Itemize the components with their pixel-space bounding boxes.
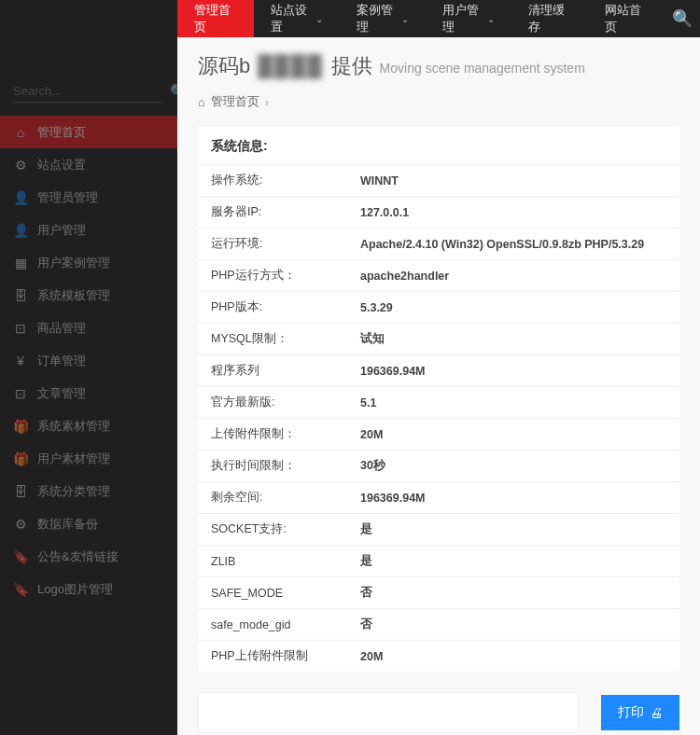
sidebar-item-label: 用户案例管理 — [37, 255, 110, 271]
info-value: WINNT — [347, 165, 679, 197]
chevron-right-icon: › — [265, 95, 269, 109]
sidebar-item-6[interactable]: ⊡商品管理 — [0, 312, 177, 344]
sidebar-item-icon: ⊡ — [13, 321, 28, 336]
info-key: MYSQL限制： — [198, 324, 347, 355]
table-row: SOCKET支持:是 — [198, 514, 679, 546]
info-value: 20M — [347, 419, 679, 451]
print-button-label: 打印 — [618, 704, 644, 721]
sidebar-item-icon: ⌂ — [13, 125, 28, 140]
info-value: 127.0.0.1 — [347, 197, 679, 229]
sidebar-item-4[interactable]: ▦用户案例管理 — [0, 246, 177, 279]
brand-prefix: 源码b — [198, 52, 250, 80]
info-key: PHP版本: — [198, 292, 347, 324]
print-icon: 🖨 — [650, 705, 663, 720]
info-value: Apache/2.4.10 (Win32) OpenSSL/0.9.8zb PH… — [347, 229, 679, 260]
topnav-tab-3[interactable]: 用户管理⌄ — [426, 0, 511, 37]
table-row: 官方最新版:5.1 — [198, 387, 679, 419]
sidebar-item-label: 用户素材管理 — [37, 451, 110, 467]
breadcrumb: ⌂ 管理首页 › — [198, 93, 679, 110]
chevron-down-icon: ⌄ — [487, 14, 495, 24]
table-row: 操作系统:WINNT — [198, 165, 679, 197]
sidebar-item-1[interactable]: ⚙站点设置 — [0, 148, 177, 181]
info-value: 试知 — [347, 324, 679, 355]
info-key: safe_mode_gid — [198, 609, 347, 641]
sidebar-item-label: 文章管理 — [37, 385, 86, 402]
sidebar-item-icon: ⚙ — [13, 158, 28, 173]
panel-title: 系统信息: — [198, 127, 679, 164]
system-info-panel: 系统信息: 操作系统:WINNT服务器IP:127.0.0.1运行环境:Apac… — [198, 127, 679, 672]
chevron-down-icon: ⌄ — [315, 14, 323, 24]
info-value: 20M — [347, 641, 679, 673]
sidebar-item-icon: 👤 — [13, 190, 28, 205]
sidebar-item-icon: ⊡ — [13, 386, 28, 401]
info-key: SOCKET支持: — [198, 514, 347, 546]
sidebar-item-label: 公告&友情链接 — [37, 548, 119, 565]
sidebar-item-icon: ▦ — [13, 256, 28, 270]
info-value: 5.3.29 — [347, 292, 679, 324]
table-row: SAFE_MODE否 — [198, 577, 679, 609]
table-row: 服务器IP:127.0.0.1 — [198, 197, 679, 229]
topnav-tab-4[interactable]: 清理缓存 — [511, 0, 588, 37]
sidebar-item-label: Logo图片管理 — [37, 581, 113, 598]
topnav-tab-1[interactable]: 站点设置⌄ — [254, 0, 340, 37]
sidebar-item-8[interactable]: ⊡文章管理 — [0, 377, 177, 409]
sidebar-item-label: 用户管理 — [37, 222, 86, 239]
sidebar-item-icon: 🎁 — [13, 451, 28, 466]
table-row: 上传附件限制：20M — [198, 419, 679, 451]
table-row: 剩余空间:196369.94M — [198, 482, 679, 514]
sidebar-item-7[interactable]: ¥订单管理 — [0, 344, 177, 377]
sidebar-item-5[interactable]: 🗄系统模板管理 — [0, 279, 177, 312]
sidebar-item-2[interactable]: 👤管理员管理 — [0, 181, 177, 214]
sidebar-item-3[interactable]: 👤用户管理 — [0, 214, 177, 246]
info-key: 官方最新版: — [198, 387, 347, 419]
table-row: safe_mode_gid否 — [198, 609, 679, 641]
table-row: 执行时间限制：30秒 — [198, 451, 679, 482]
main-content: 源码b ████ 提供 Moving scene management syst… — [177, 37, 700, 735]
brand-suffix: 提供 — [331, 52, 372, 80]
sidebar-item-label: 系统模板管理 — [37, 287, 110, 304]
sidebar-item-13[interactable]: 🔖公告&友情链接 — [0, 540, 177, 573]
sidebar-item-9[interactable]: 🎁系统素材管理 — [0, 409, 177, 442]
sidebar-item-icon: ⚙ — [13, 517, 28, 532]
info-key: 操作系统: — [198, 165, 347, 197]
topnav-search-icon[interactable]: 🔍 — [664, 0, 700, 37]
print-button[interactable]: 打印 🖨 — [601, 695, 679, 730]
info-key: SAFE_MODE — [198, 577, 347, 609]
topnav-tab-0[interactable]: 管理首页 — [177, 0, 254, 37]
print-input-box[interactable] — [198, 692, 579, 733]
top-navbar: 管理首页站点设置⌄案例管理⌄用户管理⌄清理缓存网站首页🔍 — [177, 0, 700, 37]
brand-blurred: ████ — [258, 54, 323, 78]
sidebar-item-0[interactable]: ⌂管理首页 — [0, 116, 177, 148]
sidebar-item-label: 商品管理 — [37, 320, 86, 337]
search-input[interactable] — [13, 80, 170, 102]
sidebar-item-14[interactable]: 🔖Logo图片管理 — [0, 573, 177, 605]
sidebar-item-label: 系统分类管理 — [37, 483, 110, 500]
info-key: ZLIB — [198, 546, 347, 577]
sidebar-item-icon: 🔖 — [13, 549, 28, 564]
sidebar-item-label: 订单管理 — [37, 353, 86, 369]
info-key: PHP上传附件限制 — [198, 641, 347, 673]
info-value: 是 — [347, 514, 679, 546]
table-row: MYSQL限制：试知 — [198, 324, 679, 355]
info-key: 服务器IP: — [198, 197, 347, 229]
sidebar-item-12[interactable]: ⚙数据库备份 — [0, 507, 177, 540]
topnav-tab-5[interactable]: 网站首页 — [588, 0, 665, 37]
table-row: PHP版本:5.3.29 — [198, 292, 679, 324]
info-value: 否 — [347, 609, 679, 641]
sidebar-item-11[interactable]: 🗄系统分类管理 — [0, 475, 177, 507]
info-table: 操作系统:WINNT服务器IP:127.0.0.1运行环境:Apache/2.4… — [198, 164, 679, 672]
page-title: 源码b ████ 提供 Moving scene management syst… — [198, 52, 679, 80]
sidebar-item-icon: 🗄 — [13, 484, 28, 499]
sidebar-item-icon: 👤 — [13, 223, 28, 238]
breadcrumb-label[interactable]: 管理首页 — [211, 93, 259, 110]
sidebar-item-label: 数据库备份 — [37, 516, 98, 533]
info-key: PHP运行方式： — [198, 260, 347, 292]
sidebar-item-10[interactable]: 🎁用户素材管理 — [0, 442, 177, 475]
home-icon[interactable]: ⌂ — [198, 95, 205, 109]
topnav-tab-2[interactable]: 案例管理⌄ — [340, 0, 426, 37]
sidebar-item-icon: 🔖 — [13, 582, 28, 597]
sidebar-item-label: 管理首页 — [37, 124, 86, 141]
sidebar: ⌂管理首页⚙站点设置👤管理员管理👤用户管理▦用户案例管理🗄系统模板管理⊡商品管理… — [0, 116, 177, 735]
sidebar-item-label: 站点设置 — [37, 157, 86, 173]
sidebar-item-icon: 🎁 — [13, 419, 28, 434]
